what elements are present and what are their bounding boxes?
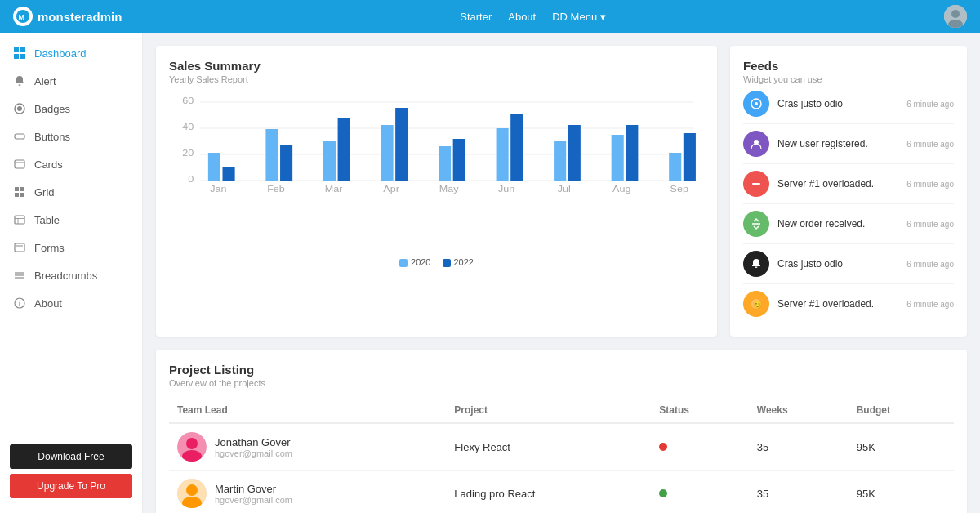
about-icon: [13, 297, 26, 310]
sidebar-item-table[interactable]: Table: [0, 206, 142, 234]
svg-text:Mar: Mar: [325, 185, 343, 194]
table-row: Jonathan Gover hgover@gmail.com Flexy Re…: [169, 423, 954, 471]
feed-item-3: Server #1 overloaded. 6 minute ago: [743, 164, 954, 204]
svg-rect-56: [684, 133, 696, 181]
sales-title: Sales Summary: [169, 59, 704, 73]
budget-1: 95K: [849, 423, 954, 471]
svg-rect-48: [453, 139, 466, 181]
sidebar-item-dashboard[interactable]: Dashboard: [0, 39, 142, 67]
sidebar-item-cards[interactable]: Cards: [0, 150, 142, 178]
svg-point-30: [19, 301, 20, 302]
svg-rect-8: [20, 54, 25, 59]
chart-legend: 2020 2022: [169, 257, 704, 267]
team-name-1: Jonathan Gover: [215, 436, 292, 448]
feed-time-1: 6 minute ago: [906, 100, 954, 109]
svg-rect-39: [208, 153, 220, 181]
sidebar: Dashboard Alert Badges Buttons Cards: [0, 33, 143, 513]
feed-text-6: Server #1 overloaded.: [777, 298, 898, 310]
brand: M monsteradmin: [13, 7, 122, 26]
sidebar-item-about[interactable]: About: [0, 289, 142, 317]
team-lead-cell-1: Jonathan Gover hgover@gmail.com: [177, 432, 438, 462]
feed-icon-3: [743, 171, 769, 197]
sidebar-label-cards: Cards: [34, 158, 63, 171]
svg-rect-43: [323, 141, 336, 181]
svg-rect-41: [265, 129, 278, 181]
feed-icon-6: 😊: [743, 291, 769, 317]
svg-point-10: [17, 106, 22, 111]
top-row: Sales Summary Yearly Sales Report 60 40 …: [156, 46, 967, 337]
dashboard-icon: [13, 47, 26, 60]
download-free-button[interactable]: Download Free: [10, 444, 132, 469]
svg-point-3: [951, 10, 960, 18]
upgrade-pro-button[interactable]: Upgrade To Pro: [10, 474, 132, 498]
feed-item-2: New user registered. 6 minute ago: [743, 124, 954, 164]
svg-rect-40: [223, 167, 235, 181]
table-icon: [13, 213, 26, 226]
svg-rect-14: [15, 187, 19, 191]
svg-rect-42: [280, 145, 292, 181]
project-listing-card: Project Listing Overview of the projects…: [156, 350, 967, 513]
project-subtitle: Overview of the projects: [169, 378, 954, 388]
svg-text:May: May: [439, 185, 459, 194]
sidebar-item-alert[interactable]: Alert: [0, 67, 142, 95]
project-title: Project Listing: [169, 363, 954, 377]
badges-icon: [13, 102, 26, 115]
alert-icon: [13, 74, 26, 87]
budget-2: 95K: [849, 471, 954, 514]
svg-point-73: [186, 438, 198, 449]
col-project: Project: [446, 398, 651, 423]
sidebar-label-table: Table: [34, 214, 60, 226]
feed-icon-5: [743, 251, 769, 277]
table-row: Martin Gover hgover@gmail.com Lading pro…: [169, 471, 954, 514]
svg-text:Aug: Aug: [612, 185, 630, 194]
status-dot-1: [659, 443, 667, 451]
svg-text:20: 20: [182, 149, 194, 158]
team-email-2: hgover@gmail.com: [215, 495, 292, 505]
svg-text:M: M: [19, 13, 25, 21]
sidebar-label-alert: Alert: [34, 75, 56, 87]
chevron-down-icon: ▾: [600, 11, 606, 23]
legend-2020: 2020: [399, 257, 430, 267]
topnav: M monsteradmin Starter About DD Menu ▾: [0, 0, 980, 33]
svg-rect-53: [612, 135, 624, 181]
feed-item-1: Cras justo odio 6 minute ago: [743, 84, 954, 124]
weeks-1: 35: [749, 423, 849, 471]
bar-chart-svg: 60 40 20 0: [169, 94, 704, 249]
feed-time-2: 6 minute ago: [906, 140, 954, 149]
svg-rect-46: [395, 108, 408, 181]
svg-text:0: 0: [188, 175, 194, 184]
svg-rect-52: [568, 125, 581, 181]
sidebar-item-forms[interactable]: Forms: [0, 234, 142, 261]
sidebar-label-grid: Grid: [34, 186, 55, 199]
svg-text:40: 40: [182, 123, 194, 132]
feed-icon-4: [743, 211, 769, 237]
nav-about[interactable]: About: [508, 11, 536, 23]
team-lead-cell-2: Martin Gover hgover@gmail.com: [177, 479, 438, 508]
feed-text-5: Cras justo odio: [777, 258, 898, 270]
avatar-2: [177, 479, 207, 508]
grid-icon: [13, 185, 26, 199]
svg-rect-17: [20, 193, 24, 197]
feed-item-5: Cras justo odio 6 minute ago: [743, 244, 954, 284]
feed-text-3: Server #1 overloaded.: [777, 178, 898, 190]
svg-rect-49: [497, 128, 509, 181]
nav-starter[interactable]: Starter: [460, 11, 492, 23]
feed-icon-1: [743, 91, 769, 117]
sales-subtitle: Yearly Sales Report: [169, 74, 704, 84]
svg-point-67: [755, 102, 758, 105]
sidebar-item-buttons[interactable]: Buttons: [0, 123, 142, 150]
svg-rect-11: [15, 134, 24, 139]
weeks-2: 35: [749, 471, 849, 514]
col-teamlead: Team Lead: [169, 398, 446, 423]
svg-rect-5: [14, 47, 19, 52]
feed-text-2: New user registered.: [777, 138, 898, 149]
svg-text:Sep: Sep: [670, 185, 688, 194]
sidebar-item-breadcrumbs[interactable]: Breadcrumbs: [0, 261, 142, 289]
buttons-icon: [13, 130, 26, 143]
avatar[interactable]: [944, 5, 967, 28]
sidebar-item-grid[interactable]: Grid: [0, 178, 142, 206]
svg-rect-44: [338, 118, 350, 181]
feed-item-4: New order received. 6 minute ago: [743, 204, 954, 244]
sidebar-item-badges[interactable]: Badges: [0, 95, 142, 123]
nav-ddmenu[interactable]: DD Menu ▾: [552, 11, 606, 23]
